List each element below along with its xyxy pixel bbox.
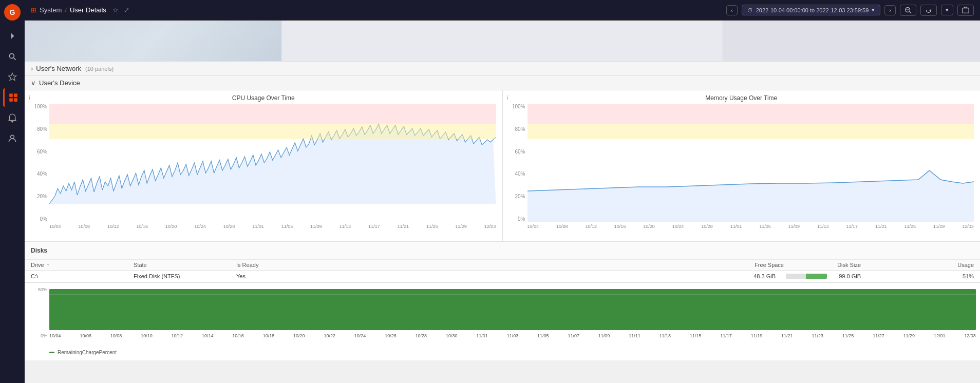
memory-info-icon[interactable]: i	[507, 94, 508, 101]
col-state-header: State	[134, 262, 236, 268]
app-logo: G	[4, 4, 21, 21]
sidebar: G	[0, 0, 25, 383]
next-button[interactable]: ›	[884, 5, 896, 15]
cell-disksize-value: 99.0 GiB	[830, 273, 861, 279]
svg-rect-11	[49, 289, 976, 330]
battery-chart-area[interactable]	[49, 289, 976, 330]
disks-label: Disks	[31, 245, 53, 256]
share-button[interactable]: ⤢	[124, 6, 129, 14]
svg-line-9	[910, 11, 912, 13]
battery-section: 50% 0% 10/04 10/06 10/08 10/10	[25, 283, 980, 360]
device-section-header[interactable]: ∨ User's Device	[25, 76, 980, 90]
charts-row: i CPU Usage Over Time 100% 80% 60% 40% 2…	[25, 90, 980, 242]
cpu-red-zone	[49, 104, 496, 124]
svg-point-0	[9, 53, 14, 58]
svg-rect-10	[963, 8, 969, 13]
battery-legend: RemainingChargePercent	[25, 349, 980, 356]
breadcrumb-current: User Details	[70, 6, 106, 14]
time-range-selector[interactable]: ⏱ 2022-10-04 00:00:00 to 2022-12-03 23:5…	[742, 5, 881, 15]
disks-table-header: Drive ↑ State Is Ready Free Space Disk S…	[25, 260, 980, 271]
table-row[interactable]: C:\ Fixed Disk (NTFS) Yes 48.3 GiB 99.0 …	[25, 271, 980, 282]
cpu-chart-area[interactable]	[49, 104, 496, 222]
cell-ready: Yes	[236, 273, 339, 279]
more-button[interactable]: ▾	[941, 5, 953, 15]
battery-y-axis: 50% 0%	[25, 287, 49, 338]
disk-usage-bar-fill	[806, 274, 827, 279]
svg-rect-3	[14, 93, 17, 97]
cpu-y-axis: 100% 80% 60% 40% 20% 0%	[31, 104, 49, 222]
memory-chart-title: Memory Usage Over Time	[509, 94, 974, 102]
main-content: ⊞ System / User Details ☆ ⤢ ‹ ⏱ 2022-10-…	[25, 0, 980, 383]
breadcrumb: ⊞ System / User Details ☆ ⤢	[31, 6, 129, 14]
svg-point-6	[11, 135, 14, 139]
star-button[interactable]: ☆	[112, 6, 119, 14]
share-panel-button[interactable]	[957, 5, 974, 16]
sidebar-item-dashboard[interactable]	[3, 88, 22, 107]
breadcrumb-separator: /	[65, 6, 67, 14]
sidebar-item-starred[interactable]	[3, 68, 22, 86]
cpu-chart-title: CPU Usage Over Time	[31, 94, 496, 102]
cpu-yellow-zone	[49, 124, 496, 139]
topbar: ⊞ System / User Details ☆ ⤢ ‹ ⏱ 2022-10-…	[25, 0, 980, 21]
svg-line-1	[14, 58, 16, 60]
disk-usage-bar	[786, 274, 827, 279]
device-toggle-icon: ∨	[31, 79, 36, 87]
breadcrumb-system[interactable]: System	[40, 6, 62, 14]
sidebar-item-alerts[interactable]	[3, 109, 22, 127]
topbar-nav: ⊞ System / User Details ☆ ⤢	[31, 6, 722, 14]
network-toggle-icon: ›	[31, 65, 33, 72]
map-right	[723, 21, 980, 61]
sidebar-item-collapse[interactable]	[3, 27, 22, 45]
cell-drive: C:\	[31, 273, 134, 279]
sidebar-item-search[interactable]	[3, 47, 22, 66]
sidebar-item-user[interactable]	[3, 129, 22, 148]
prev-button[interactable]: ‹	[726, 5, 738, 15]
cell-state: Fixed Disk (NTFS)	[134, 273, 236, 279]
battery-line-svg	[49, 289, 976, 330]
device-section-label: User's Device	[39, 79, 80, 87]
memory-y-axis: 100% 80% 60% 40% 20% 0%	[509, 104, 527, 222]
col-usage-header: Usage	[871, 262, 974, 268]
disks-section-header: Disks	[25, 242, 980, 260]
svg-rect-4	[9, 98, 13, 102]
time-range-label: 2022-10-04 00:00:00 to 2022-12-03 23:59:…	[756, 7, 869, 13]
cell-usage: 51%	[871, 273, 974, 279]
col-disksize-header: Disk Size	[794, 262, 871, 268]
network-section-header[interactable]: › User's Network (10 panels)	[25, 62, 980, 76]
cpu-x-axis: 10/04 10/08 10/12 10/16 10/20 10/24 10/2…	[49, 222, 496, 237]
cpu-info-icon[interactable]: i	[29, 94, 30, 101]
col-drive-header[interactable]: Drive ↑	[31, 262, 134, 268]
memory-yellow-zone	[527, 124, 974, 139]
memory-chart-area[interactable]	[527, 104, 974, 222]
battery-x-axis: 10/04 10/06 10/08 10/10 10/12 10/14 10/1…	[49, 332, 976, 342]
map-strip	[25, 21, 980, 62]
disk-usage-bar-container: 99.0 GiB	[786, 273, 861, 279]
dashboard: › User's Network (10 panels) ∨ User's De…	[25, 21, 980, 383]
col-ready-header: Is Ready	[236, 262, 339, 268]
legend-label-battery: RemainingChargePercent	[58, 350, 117, 355]
col-freespace-header: Free Space	[339, 262, 794, 268]
memory-chart-container: 100% 80% 60% 40% 20% 0%	[509, 104, 974, 237]
zoom-out-button[interactable]	[900, 5, 916, 16]
disks-section: Disks Drive ↑ State Is Ready Free Space	[25, 242, 980, 283]
sort-arrow-icon: ↑	[47, 262, 50, 268]
svg-rect-5	[14, 98, 17, 102]
clock-icon: ⏱	[747, 7, 753, 13]
topbar-actions: ‹ ⏱ 2022-10-04 00:00:00 to 2022-12-03 23…	[726, 5, 974, 16]
chevron-down-icon: ▾	[872, 7, 875, 13]
refresh-button[interactable]	[920, 5, 937, 16]
cpu-chart-panel: i CPU Usage Over Time 100% 80% 60% 40% 2…	[25, 90, 503, 241]
dashboard-icon: ⊞	[31, 6, 36, 14]
battery-chart-container: 50% 0% 10/04 10/06 10/08 10/10	[25, 287, 980, 349]
memory-red-zone	[527, 104, 974, 124]
memory-x-axis: 10/04 10/08 10/12 10/16 10/20 10/24 10/2…	[527, 222, 974, 237]
cell-freespace: 48.3 GiB	[339, 273, 786, 279]
cell-disksize: 99.0 GiB	[786, 273, 871, 279]
network-panels-count: (10 panels)	[85, 66, 114, 72]
cpu-chart-container: 100% 80% 60% 40% 20% 0%	[31, 104, 496, 237]
network-section-label: User's Network	[36, 65, 81, 72]
map-left	[25, 21, 281, 61]
memory-chart-panel: i Memory Usage Over Time 100% 80% 60% 40…	[503, 90, 981, 241]
map-center	[281, 21, 723, 61]
svg-rect-2	[9, 93, 13, 97]
